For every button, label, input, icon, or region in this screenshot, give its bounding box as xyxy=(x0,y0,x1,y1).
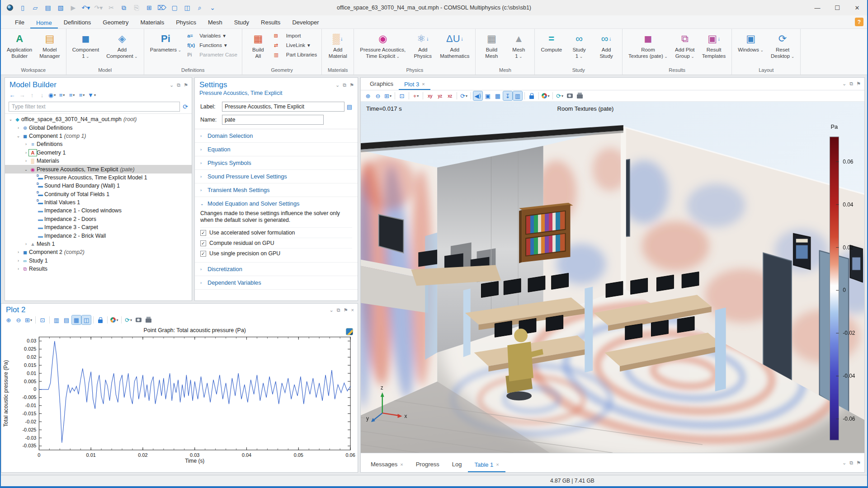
add-material-button[interactable]: ▒↓AddMaterial xyxy=(325,31,351,66)
delete-icon[interactable]: ⌦ xyxy=(156,3,167,13)
tree-item[interactable]: ▬DInitial Values 1 xyxy=(5,198,192,206)
lock-icon[interactable] xyxy=(96,315,105,324)
section-dependent-variables[interactable]: ›Dependent Variables xyxy=(195,276,358,289)
close-panel-icon[interactable]: × xyxy=(351,307,354,313)
help-button[interactable]: ? xyxy=(855,18,863,26)
reset-desktop-button[interactable]: ⟳ResetDesktop ⌄ xyxy=(768,31,797,66)
checkbox-icon[interactable]: ✓ xyxy=(200,230,206,236)
checkbox-icon[interactable]: ✓ xyxy=(200,251,206,257)
add-study-button[interactable]: ∞↓AddStudy xyxy=(593,31,619,66)
minimize-button[interactable]: — xyxy=(807,1,827,14)
refresh-icon[interactable]: ⟳ xyxy=(183,103,188,110)
duplicate-icon[interactable]: ⊞ xyxy=(144,3,155,13)
zoom-in-icon[interactable]: ⊕ xyxy=(4,315,13,324)
build-all-button[interactable]: ▦BuildAll xyxy=(245,31,271,66)
application-builder-button[interactable]: AApplicationBuilder xyxy=(4,31,35,66)
tree-item[interactable]: ›∞Study 1 xyxy=(5,257,192,265)
menu-geometry[interactable]: Geometry xyxy=(97,17,134,28)
tree-item[interactable]: ⌄◆office_space_63_30T0_N4_ma_out.mph(roo… xyxy=(5,115,192,123)
menu-materials[interactable]: Materials xyxy=(134,17,170,28)
find-icon[interactable]: ⌕ xyxy=(194,3,205,13)
go-to-default-view-icon[interactable]: +▾ xyxy=(411,91,420,100)
undo-icon[interactable]: ↶▾ xyxy=(80,3,91,13)
tab-graphics[interactable]: Graphics xyxy=(364,79,399,90)
grid-icon[interactable]: ▦ xyxy=(493,91,502,100)
checkbox-compute-residual-on-gpu[interactable]: ✓Compute residual on GPU xyxy=(200,238,352,248)
section-equation[interactable]: ›Equation xyxy=(195,143,358,156)
back-icon[interactable]: ← xyxy=(8,90,17,99)
tab-plot-3[interactable]: Plot 3× xyxy=(399,79,430,90)
expand-arrow-icon[interactable]: › xyxy=(23,150,29,155)
tree-item[interactable]: ›AGeometry 1 xyxy=(5,149,192,157)
expand-arrow-icon[interactable]: › xyxy=(23,142,29,146)
panel-menu-icon[interactable]: ⌄ xyxy=(842,81,846,87)
section-sound-pressure-level-settings[interactable]: ›Sound Pressure Level Settings xyxy=(195,170,358,183)
parameters-button[interactable]: PiParameters ⌄ xyxy=(147,31,184,66)
room-textures-button[interactable]: ◼RoomTextures (pate) ⌄ xyxy=(625,31,671,66)
comsol-logo-icon[interactable] xyxy=(5,3,15,13)
pin-panel-icon[interactable]: ⚑ xyxy=(856,460,861,466)
pin-panel-icon[interactable]: ⚑ xyxy=(184,82,188,88)
view-xy-icon[interactable]: xy xyxy=(425,91,434,100)
name-field[interactable] xyxy=(222,115,324,125)
tree-item[interactable]: ▬Impedance 1 - Closed windows xyxy=(5,206,192,215)
color-legend-icon[interactable]: ▥ xyxy=(513,91,522,100)
checkbox-icon[interactable]: ✓ xyxy=(200,240,206,246)
close-button[interactable]: ✕ xyxy=(847,1,867,14)
zoom-extents-icon[interactable]: ⊡ xyxy=(38,315,47,324)
tree-filter-input[interactable] xyxy=(9,102,180,112)
tree-item[interactable]: ›▒Materials xyxy=(5,157,192,165)
expand-arrow-icon[interactable]: ⌄ xyxy=(23,167,29,172)
menu-mesh[interactable]: Mesh xyxy=(202,17,228,28)
tab-log[interactable]: Log xyxy=(446,457,468,472)
tab-table-1[interactable]: Table 1× xyxy=(468,458,505,473)
livelink-button[interactable]: ⇄LiveLink ▾ xyxy=(274,41,317,49)
study-1-button[interactable]: ∞Study1 ⌄ xyxy=(566,31,592,66)
variables-button[interactable]: a=Variables ▾ xyxy=(187,32,237,40)
section-model-equation-and-solver-settings[interactable]: ⌄Model Equation and Solver Settings xyxy=(195,197,358,210)
expand-arrow-icon[interactable]: › xyxy=(23,242,29,246)
part-libraries-button[interactable]: ▥Part Libraries xyxy=(274,51,317,59)
section-transient-mesh-settings[interactable]: ›Transient Mesh Settings xyxy=(195,183,358,197)
tab-messages[interactable]: Messages× xyxy=(364,457,410,472)
expand-arrow-icon[interactable]: › xyxy=(15,258,21,263)
panel-menu-icon[interactable]: ⌄ xyxy=(170,82,174,88)
expand-arrow-icon[interactable]: › xyxy=(15,250,21,254)
image-settings-icon[interactable]: ▾ xyxy=(110,315,119,324)
manual-axis-limits-icon[interactable]: ▦ xyxy=(72,315,81,324)
rotate-view-icon[interactable]: ⟳▾ xyxy=(459,91,468,100)
close-tab-icon[interactable]: × xyxy=(400,462,403,467)
expand-arrow-icon[interactable]: › xyxy=(23,159,29,163)
image-settings-icon[interactable]: ▾ xyxy=(541,91,550,100)
tree-item[interactable]: ›⊕Global Definitions xyxy=(5,123,192,131)
section-domain-selection[interactable]: ›Domain Selection xyxy=(195,129,358,142)
zoom-out-icon[interactable]: ⊖ xyxy=(14,315,23,324)
tree-item[interactable]: ▬Impedance 2 - Doors xyxy=(5,215,192,223)
pin-panel-icon[interactable]: ⚑ xyxy=(856,81,861,87)
tab-progress[interactable]: Progress xyxy=(410,457,446,472)
close-tab-icon[interactable]: × xyxy=(496,462,499,467)
menu-physics[interactable]: Physics xyxy=(170,17,202,28)
view-xz-icon[interactable]: xz xyxy=(445,91,454,100)
open-file-icon[interactable]: ▱ xyxy=(30,3,41,13)
float-panel-icon[interactable]: ⧉ xyxy=(337,307,340,313)
rename-icon[interactable]: ▤ xyxy=(347,103,352,110)
mesh-1-button[interactable]: ▲Mesh1 ⌄ xyxy=(505,31,532,66)
add-plot-group-button[interactable]: ⧉Add PlotGroup ⌄ xyxy=(672,31,698,66)
show-icon[interactable]: ◉▾ xyxy=(47,90,57,99)
plot-data-icon[interactable]: ↧ xyxy=(503,91,512,100)
functions-button[interactable]: f(x)Functions ▾ xyxy=(187,41,237,49)
filter-icon[interactable]: ▼▾ xyxy=(87,90,96,99)
tree-item[interactable]: ›≡Definitions xyxy=(5,140,192,148)
zoom-in-icon[interactable]: ⊕ xyxy=(363,91,373,100)
zoom-out-icon[interactable]: ⊖ xyxy=(373,91,382,100)
graphics-canvas[interactable]: Pa 0.060.040.020-0.02-0.04-0.06 z x xyxy=(361,102,864,453)
add-component-button[interactable]: ◈AddComponent ⌄ xyxy=(103,31,141,66)
maximize-button[interactable]: ☐ xyxy=(827,1,847,14)
close-tab-icon[interactable]: × xyxy=(422,81,425,87)
clear-selection-icon[interactable]: ◫ xyxy=(182,3,193,13)
pin-panel-icon[interactable]: ⚑ xyxy=(344,307,348,313)
snapshot-icon[interactable] xyxy=(134,315,143,324)
panel-menu-icon[interactable]: ⌄ xyxy=(335,82,340,88)
panel-menu-icon[interactable]: ⌄ xyxy=(330,307,334,313)
